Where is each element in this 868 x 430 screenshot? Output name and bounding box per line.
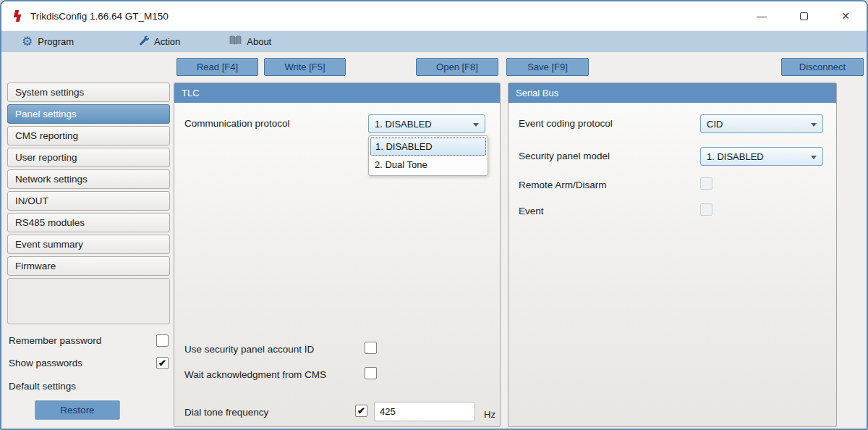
maximize-button[interactable] xyxy=(783,1,825,30)
sidebar-item-cms-reporting[interactable]: CMS reporting xyxy=(7,126,170,146)
menu-about[interactable]: About xyxy=(219,31,281,52)
serial-bus-panel-header: Serial Bus xyxy=(509,83,836,103)
window-title: TrikdisConfig 1.66.64 GT_M150 xyxy=(30,11,169,22)
close-icon: ✕ xyxy=(841,10,850,22)
event-label: Event xyxy=(519,206,544,216)
remember-password-checkbox[interactable] xyxy=(156,334,169,347)
disconnect-button[interactable]: Disconnect xyxy=(781,58,864,76)
menu-bar: ⚙ Program Action About xyxy=(1,30,867,52)
menu-program[interactable]: ⚙ Program xyxy=(12,31,84,52)
chevron-down-icon xyxy=(811,123,817,127)
minimize-button[interactable]: — xyxy=(741,1,783,30)
communication-protocol-label: Communication protocol xyxy=(184,118,290,129)
wait-ack-label: Wait acknowledgment from CMS xyxy=(184,369,326,380)
dial-tone-frequency-input[interactable] xyxy=(374,402,475,421)
sidebar-empty-area xyxy=(7,278,170,324)
remote-arm-disarm-checkbox xyxy=(700,177,712,190)
book-icon xyxy=(229,35,242,48)
app-window: TrikdisConfig 1.66.64 GT_M150 — ✕ ⚙ Prog… xyxy=(0,0,868,430)
sidebar: System settings Panel settings CMS repor… xyxy=(7,83,170,427)
maximize-icon xyxy=(800,12,808,20)
sidebar-item-user-reporting[interactable]: User reporting xyxy=(7,148,170,167)
serial-bus-panel: Serial Bus Event coding protocol CID Sec… xyxy=(508,83,837,427)
window-controls: — ✕ xyxy=(741,1,867,30)
communication-protocol-select[interactable]: 1. DISABLED xyxy=(368,114,485,133)
use-account-id-checkbox[interactable] xyxy=(365,342,377,354)
tlc-panel: TLC Communication protocol 1. DISABLED 1… xyxy=(174,83,501,427)
menu-action[interactable]: Action xyxy=(127,31,190,52)
sidebar-item-in-out[interactable]: IN/OUT xyxy=(7,191,170,211)
chevron-down-icon xyxy=(811,156,817,159)
tlc-panel-header: TLC xyxy=(174,83,500,103)
close-button[interactable]: ✕ xyxy=(825,1,867,30)
gear-icon: ⚙ xyxy=(22,35,33,48)
event-checkbox xyxy=(700,203,712,216)
menu-action-label: Action xyxy=(154,36,180,47)
remember-password-label: Remember password xyxy=(9,335,101,346)
save-button[interactable]: Save [F9] xyxy=(506,58,589,76)
security-panel-model-select[interactable]: 1. DISABLED xyxy=(700,147,823,166)
title-bar: TrikdisConfig 1.66.64 GT_M150 — ✕ xyxy=(1,1,867,30)
open-button[interactable]: Open [F8] xyxy=(416,58,498,76)
remember-password-row: Remember password xyxy=(9,334,169,347)
check-icon: ✔ xyxy=(357,405,365,416)
sidebar-item-rs485-modules[interactable]: RS485 modules xyxy=(7,213,170,232)
write-button[interactable]: Write [F5] xyxy=(264,58,346,76)
default-settings-label: Default settings xyxy=(9,381,169,392)
restore-button[interactable]: Restore xyxy=(35,400,120,420)
security-panel-model-value: 1. DISABLED xyxy=(707,151,764,162)
security-panel-model-label: Security panel model xyxy=(519,151,610,161)
sidebar-item-event-summary[interactable]: Event summary xyxy=(7,235,170,254)
check-icon: ✔ xyxy=(158,358,166,368)
menu-program-label: Program xyxy=(38,36,74,47)
remote-arm-disarm-label: Remote Arm/Disarm xyxy=(519,180,607,190)
chevron-down-icon xyxy=(473,123,479,127)
event-coding-protocol-label: Event coding protocol xyxy=(519,118,613,129)
sidebar-item-panel-settings[interactable]: Panel settings xyxy=(7,104,170,124)
dropdown-option-disabled[interactable]: 1. DISABLED xyxy=(370,138,486,156)
use-account-id-label: Use security panel account ID xyxy=(184,344,314,355)
read-button[interactable]: Read [F4] xyxy=(176,58,258,76)
sidebar-item-firmware[interactable]: Firmware xyxy=(7,256,170,276)
sidebar-item-system-settings[interactable]: System settings xyxy=(7,83,170,102)
sidebar-item-network-settings[interactable]: Network settings xyxy=(7,169,170,189)
show-passwords-checkbox[interactable]: ✔ xyxy=(156,357,169,369)
dial-tone-unit-label: Hz xyxy=(484,409,495,420)
show-passwords-row: Show passwords ✔ xyxy=(9,357,169,369)
dial-tone-checkbox[interactable]: ✔ xyxy=(355,405,367,417)
app-logo-icon xyxy=(13,9,23,22)
show-passwords-label: Show passwords xyxy=(9,358,82,368)
event-coding-protocol-select[interactable]: CID xyxy=(700,114,823,133)
minimize-icon: — xyxy=(757,10,767,22)
dropdown-option-dual-tone[interactable]: 2. Dual Tone xyxy=(370,156,486,174)
communication-protocol-value: 1. DISABLED xyxy=(375,119,432,130)
menu-about-label: About xyxy=(247,36,271,47)
event-coding-protocol-value: CID xyxy=(707,119,723,130)
wait-ack-checkbox[interactable] xyxy=(365,367,377,379)
wrench-icon xyxy=(137,35,149,49)
toolbar: Read [F4] Write [F5] Open [F8] Save [F9]… xyxy=(1,52,867,80)
dial-tone-frequency-label: Dial tone frequency xyxy=(184,407,268,418)
communication-protocol-dropdown: 1. DISABLED 2. Dual Tone xyxy=(368,135,488,176)
